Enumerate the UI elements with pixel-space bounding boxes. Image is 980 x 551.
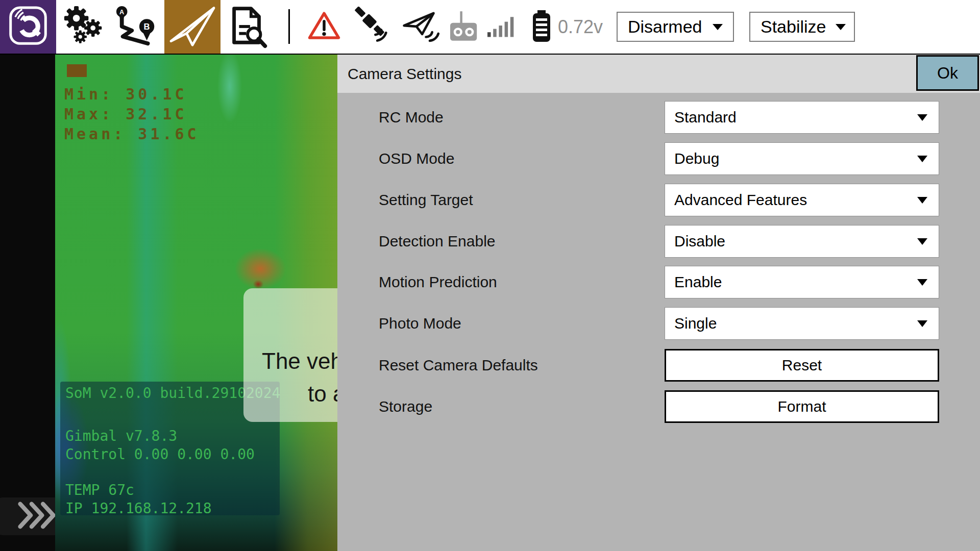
- settings-row-rc-mode: RC Mode Standard: [337, 101, 980, 134]
- setting-label: RC Mode: [379, 101, 444, 134]
- analyze-button[interactable]: [220, 0, 275, 54]
- setting-label: Reset Camera Defaults: [379, 349, 538, 382]
- camera-settings-header: Camera Settings Ok: [337, 55, 980, 93]
- gimbal-version: Gimbal v7.8.3: [65, 428, 177, 444]
- dropdown-value: Enable: [674, 273, 722, 291]
- settings-row-photo-mode: Photo Mode Single: [337, 307, 980, 340]
- thermal-max: Max: 32.1C: [64, 105, 187, 123]
- qgc-logo-icon: [5, 3, 52, 51]
- chevron-down-icon: [836, 24, 846, 30]
- vehicle-setup-button[interactable]: [56, 0, 110, 54]
- vehicle-message-dialog: F The veh to a: [243, 288, 337, 422]
- plane-signal-icon: [401, 9, 444, 44]
- svg-text:B: B: [144, 22, 150, 32]
- signal-bars-icon: [487, 14, 516, 39]
- chevron-down-icon: [917, 156, 927, 162]
- chevron-down-icon: [917, 320, 927, 327]
- battery-status-indicator[interactable]: 0.72v: [526, 0, 607, 54]
- settings-row-detection-enable: Detection Enable Disable: [337, 225, 980, 258]
- qgroundcontrol-window: A B: [0, 0, 980, 551]
- setting-label: Detection Enable: [379, 225, 496, 258]
- thermal-stats-overlay: Min: 30.1C Max: 32.1C Mean: 31.6C: [64, 84, 200, 144]
- thermal-video-feed[interactable]: Min: 30.1C Max: 32.1C Mean: 31.6C SoM v2…: [55, 55, 337, 551]
- dropdown-value: Disable: [674, 233, 725, 250]
- warning-triangle-icon: [307, 10, 341, 43]
- document-search-icon: [225, 4, 270, 50]
- setting-label: Storage: [379, 390, 432, 423]
- dialog-text-line1: The veh: [262, 348, 337, 374]
- settings-row-motion-prediction: Motion Prediction Enable: [337, 266, 980, 298]
- panel-title: Camera Settings: [348, 55, 461, 93]
- rc-mode-dropdown[interactable]: Standard: [665, 101, 939, 134]
- flight-mode-value: Stabilize: [761, 17, 826, 37]
- paper-plane-icon: [168, 4, 217, 49]
- chevron-down-icon: [917, 197, 927, 204]
- dropdown-value: Debug: [674, 150, 719, 167]
- telemetry-status-indicator[interactable]: [401, 0, 444, 54]
- dropdown-value: Single: [674, 315, 717, 332]
- plan-button[interactable]: A B: [110, 0, 164, 54]
- vehicle-messages-indicator[interactable]: [306, 0, 342, 54]
- battery-icon: [530, 10, 553, 44]
- settings-row-storage: Storage Format: [337, 390, 980, 423]
- temp-value: TEMP 67c: [65, 482, 134, 498]
- fly-button[interactable]: [164, 0, 220, 54]
- thermal-min: Min: 30.1C: [64, 85, 187, 103]
- settings-row-osd-mode: OSD Mode Debug: [337, 142, 980, 175]
- arm-state-dropdown[interactable]: Disarmed: [617, 12, 734, 42]
- control-values: Control 0.00 0.00 0.00: [65, 446, 255, 463]
- setting-label: Setting Target: [379, 184, 473, 216]
- arm-state-value: Disarmed: [628, 17, 702, 37]
- thermal-mean: Mean: 31.6C: [64, 125, 200, 143]
- gps-status-indicator[interactable]: [349, 0, 390, 54]
- settings-row-setting-target: Setting Target Advanced Features: [337, 184, 980, 216]
- chevron-down-icon: [917, 238, 927, 245]
- chevron-down-icon: [917, 279, 927, 286]
- camera-settings-panel: Camera Settings Ok RC Mode Standard OSD …: [337, 55, 980, 551]
- motion-prediction-dropdown[interactable]: Enable: [665, 266, 939, 298]
- qgc-logo-button[interactable]: [0, 0, 56, 54]
- reset-button[interactable]: Reset: [665, 349, 939, 382]
- thermal-hot-marker: [67, 64, 87, 77]
- ok-button[interactable]: Ok: [916, 55, 979, 91]
- rc-controller-icon: [446, 8, 482, 46]
- chevron-down-icon: [917, 114, 927, 121]
- setting-target-dropdown[interactable]: Advanced Features: [665, 184, 939, 216]
- chevron-down-icon: [713, 24, 723, 30]
- toolbar-divider: [288, 9, 290, 44]
- detection-enable-dropdown[interactable]: Disable: [665, 225, 939, 258]
- setting-label: Motion Prediction: [379, 266, 497, 298]
- svg-text:A: A: [119, 8, 124, 16]
- left-sidebar: [0, 55, 55, 551]
- dialog-text-line2: to a: [308, 381, 337, 407]
- setting-label: Photo Mode: [379, 307, 461, 340]
- battery-voltage: 0.72v: [558, 16, 603, 38]
- flight-mode-dropdown[interactable]: Stabilize: [749, 12, 855, 42]
- chevrons-right-icon: [17, 502, 57, 531]
- satellite-icon: [350, 7, 389, 47]
- format-button[interactable]: Format: [665, 390, 939, 423]
- osd-mode-dropdown[interactable]: Debug: [665, 142, 939, 175]
- settings-row-reset-defaults: Reset Camera Defaults Reset: [337, 349, 980, 382]
- route-ab-icon: A B: [115, 4, 160, 50]
- setting-label: OSD Mode: [379, 142, 454, 175]
- dropdown-value: Standard: [674, 109, 737, 126]
- photo-mode-dropdown[interactable]: Single: [665, 307, 939, 340]
- dropdown-value: Advanced Features: [674, 191, 807, 209]
- ip-address: IP 192.168.12.218: [65, 500, 212, 517]
- gears-icon: [60, 4, 107, 49]
- rc-signal-indicator[interactable]: [449, 0, 512, 54]
- top-toolbar: A B: [0, 0, 980, 55]
